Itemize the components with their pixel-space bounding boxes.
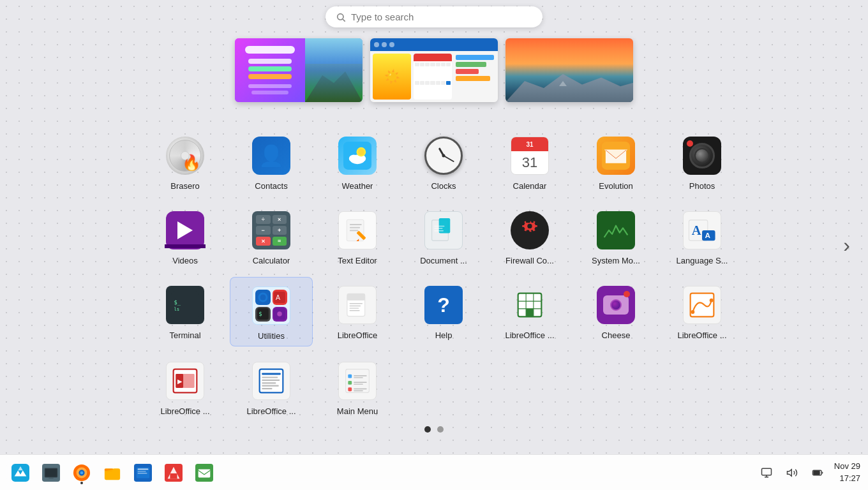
texteditor-icon	[337, 210, 378, 251]
svg-text:A: A	[705, 231, 710, 239]
taskbar-files[interactable]	[100, 460, 125, 486]
app-photos[interactable]: Photos	[661, 128, 744, 196]
app-language[interactable]: A A Language S...	[661, 202, 744, 271]
app-firewall[interactable]: Firewall Co...	[488, 202, 571, 271]
svg-rect-21	[434, 230, 444, 231]
help-label: Help	[435, 330, 453, 340]
app-cheese[interactable]: Cheese	[574, 277, 657, 346]
libreoffice-icon	[337, 285, 378, 325]
taskbar-app7[interactable]	[191, 460, 217, 486]
app-texteditor[interactable]: Text Editor	[316, 202, 399, 271]
svg-rect-52	[526, 309, 534, 316]
svg-rect-42	[347, 297, 365, 300]
language-icon: A A	[682, 210, 722, 251]
calendar-label: Calendar	[513, 181, 547, 191]
svg-rect-12	[350, 224, 362, 225]
firewall-icon	[509, 210, 550, 251]
svg-rect-84	[47, 479, 55, 479]
taskbar-app6[interactable]	[161, 460, 186, 486]
app-calendar[interactable]: 31 31 Calendar	[488, 128, 571, 196]
svg-point-55	[710, 299, 714, 302]
contacts-icon: 👤	[251, 135, 292, 176]
search-input[interactable]	[351, 11, 532, 22]
svg-rect-75	[354, 389, 367, 389]
svg-rect-20	[434, 228, 442, 228]
svg-point-7	[358, 149, 364, 155]
app-libreoffice[interactable]: LibreOffice	[316, 277, 399, 346]
thumbnail-2[interactable]: ☀️	[370, 38, 498, 102]
app-clocks[interactable]: Clocks	[402, 128, 485, 196]
svg-rect-94	[138, 471, 146, 471]
svg-rect-24	[602, 216, 630, 244]
app-weather[interactable]: Weather	[316, 128, 399, 196]
svg-rect-74	[348, 387, 352, 391]
app-lodraw[interactable]: LibreOffice ...	[661, 277, 744, 346]
taskbar-firefox[interactable]	[69, 460, 94, 486]
app-mainmenu[interactable]: Main Menu	[316, 353, 399, 421]
search-icon	[336, 12, 346, 22]
taskbar-app5[interactable]	[130, 460, 156, 486]
app-loimpress[interactable]: ▶ LibreOffice ...	[144, 353, 227, 421]
svg-point-0	[338, 13, 343, 19]
evolution-icon	[595, 135, 636, 176]
clocks-label: Clocks	[431, 181, 456, 191]
terminal-label: Terminal	[169, 330, 200, 340]
page-dot-2[interactable]	[437, 426, 444, 433]
thumbnail-1[interactable]	[235, 38, 363, 102]
next-page-button[interactable]: ›	[838, 228, 855, 262]
app-document[interactable]: Document ...	[402, 202, 485, 271]
lowriter-label: LibreOffice ...	[246, 406, 296, 416]
svg-text:$_: $_	[174, 299, 181, 306]
svg-rect-82	[45, 468, 57, 477]
mainmenu-label: Main Menu	[337, 406, 378, 416]
taskbar-datetime[interactable]: Nov 29 17:27	[834, 461, 860, 484]
brasero-label: Brasero	[170, 181, 200, 191]
app-contacts[interactable]: 👤 Contacts	[230, 128, 313, 196]
app-calculator[interactable]: ÷ × − + ✕ = Calculator	[230, 202, 313, 271]
app-terminal[interactable]: $_ ls Terminal	[144, 277, 227, 346]
app-evolution[interactable]: Evolution	[574, 128, 657, 196]
systemmon-label: System Mo...	[592, 256, 640, 265]
app-brasero[interactable]: Brasero	[144, 128, 227, 196]
texteditor-label: Text Editor	[338, 256, 377, 265]
taskbar-zorin[interactable]	[8, 460, 33, 486]
svg-rect-69	[354, 375, 367, 376]
page-dot-1[interactable]	[424, 426, 431, 433]
taskbar-volume-icon[interactable]	[783, 464, 801, 482]
svg-rect-13	[350, 227, 360, 228]
app-systemmon[interactable]: System Mo...	[574, 202, 657, 271]
search-bar[interactable]	[326, 6, 542, 27]
app-videos[interactable]: Videos	[144, 202, 227, 271]
svg-rect-83	[49, 477, 53, 479]
weather-icon	[337, 135, 378, 176]
svg-rect-95	[138, 473, 147, 473]
utilities-icon: A $	[251, 285, 292, 326]
language-label: Language S...	[677, 256, 728, 265]
svg-rect-100	[761, 468, 771, 475]
svg-rect-61	[262, 373, 280, 375]
app-help[interactable]: ? Help	[402, 277, 485, 346]
app-localc[interactable]: LibreOffice ...	[488, 277, 571, 346]
svg-rect-43	[350, 303, 363, 304]
evolution-label: Evolution	[599, 181, 632, 191]
svg-rect-73	[354, 383, 363, 384]
taskbar-settings[interactable]	[38, 460, 64, 486]
thumbnail-3[interactable]	[505, 38, 633, 102]
svg-rect-93	[138, 468, 149, 470]
svg-text:A: A	[276, 293, 280, 301]
taskbar: Nov 29 17:27	[0, 454, 868, 490]
videos-icon	[165, 210, 206, 251]
taskbar-screen-icon[interactable]	[758, 464, 775, 482]
contacts-label: Contacts	[255, 181, 287, 191]
taskbar-battery-icon[interactable]	[809, 464, 827, 482]
app-utilities[interactable]: A $ Utilities	[230, 277, 313, 346]
clocks-icon	[423, 135, 464, 176]
app-lowriter[interactable]: LibreOffice ...	[230, 353, 313, 421]
svg-rect-44	[350, 306, 361, 306]
loimpress-icon: ▶	[165, 360, 206, 401]
loimpress-label: LibreOffice ...	[160, 406, 209, 416]
svg-rect-71	[348, 381, 352, 385]
svg-rect-14	[350, 230, 358, 231]
calendar-icon: 31 31	[509, 135, 550, 176]
svg-point-39	[278, 312, 283, 317]
